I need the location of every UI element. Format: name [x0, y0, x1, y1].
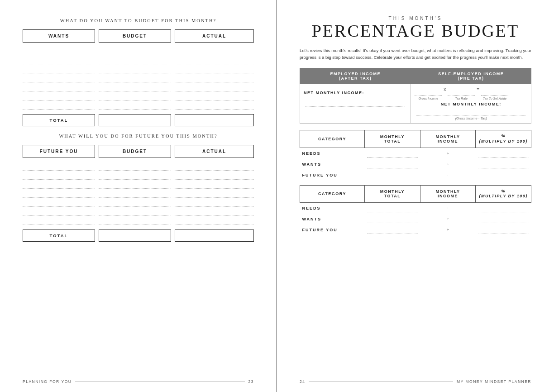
- dotted-cell: [23, 207, 95, 216]
- future-dotted-rows: [23, 162, 254, 225]
- tax-rate-field: Tax Rate: [448, 89, 475, 100]
- multiply-op: x: [444, 87, 446, 92]
- dotted-cell: [23, 91, 95, 100]
- footer-divider-right: [309, 382, 453, 382]
- dotted-line: [478, 149, 529, 158]
- cat-col4-header2: %(multiply by 100): [476, 185, 531, 202]
- actual-col-header: ACTUAL: [175, 29, 254, 43]
- dotted-cell: [99, 207, 171, 216]
- cat-future-row1: FUTURE YOU ÷: [300, 170, 531, 181]
- dotted-line: [478, 160, 529, 168]
- dotted-cell: [175, 189, 254, 198]
- right-subtitle: THIS MONTH'S: [300, 16, 531, 21]
- dotted-cell: [23, 100, 95, 110]
- cat-future-label1: FUTURE YOU: [300, 170, 365, 181]
- tax-set-aside-line: [481, 89, 508, 96]
- footer-divider: [75, 382, 244, 382]
- dotted-row: [23, 162, 254, 171]
- dotted-row: [23, 180, 254, 189]
- dotted-line: [367, 204, 418, 212]
- div-symbol1: ÷: [420, 148, 476, 159]
- dotted-cell: [23, 82, 95, 91]
- dotted-cell: [175, 82, 254, 91]
- div-symbol4: ÷: [420, 202, 476, 214]
- div-symbol2: ÷: [420, 159, 476, 170]
- footer-right-text: MY MONEY MINDSET PLANNER: [457, 379, 531, 384]
- left-page: WHAT DO YOU WANT TO BUDGET FOR THIS MONT…: [0, 0, 277, 392]
- cat-col1-header2: CATEGORY: [300, 185, 365, 202]
- dotted-line: [367, 171, 418, 179]
- dotted-row: [23, 207, 254, 216]
- dotted-row: [23, 91, 254, 100]
- dotted-cell: [175, 216, 254, 225]
- dotted-cell: [175, 207, 254, 216]
- dotted-row: [23, 171, 254, 180]
- dotted-cell: [175, 64, 254, 73]
- wants-dotted-rows: [23, 46, 254, 110]
- cat-col3-header: MONTHLYINCOME: [420, 130, 476, 148]
- cat-wants-label2: WANTS: [300, 214, 365, 225]
- total2-label: TOTAL: [23, 229, 95, 242]
- dotted-cell: [23, 73, 95, 82]
- dotted-cell: [99, 73, 171, 82]
- dotted-row: [23, 55, 254, 64]
- wants-col-header: WANTS: [23, 29, 95, 43]
- dotted-cell: [99, 82, 171, 91]
- dotted-row: [23, 73, 254, 82]
- div-symbol5: ÷: [420, 214, 476, 225]
- dotted-cell: [175, 46, 254, 55]
- dotted-cell: [23, 180, 95, 189]
- cat-future-label2: FUTURE YOU: [300, 225, 365, 235]
- total-actual-box: [175, 114, 254, 126]
- dotted-row: [23, 198, 254, 207]
- income-body-row: NET MONTHLY INCOME: Gross Income x Tax R…: [300, 84, 531, 124]
- dotted-cell: [23, 171, 95, 180]
- total-label: TOTAL: [23, 114, 95, 126]
- future-header-row: FUTURE YOU BUDGET ACTUAL: [23, 145, 254, 158]
- wants-header-row: WANTS BUDGET ACTUAL: [23, 29, 254, 43]
- cat-future-pct2: [476, 225, 531, 235]
- dotted-cell: [175, 171, 254, 180]
- dotted-line: [367, 149, 418, 158]
- dotted-cell: [99, 55, 171, 64]
- right-page: THIS MONTH'S PERCENTAGE BUDGET Let's rev…: [277, 0, 554, 392]
- category-table2: CATEGORY MONTHLYTOTAL MONTHLYINCOME %(mu…: [300, 185, 531, 235]
- right-page-footer: 24 MY MONEY MINDSET PLANNER: [300, 379, 531, 384]
- dotted-cell: [23, 216, 95, 225]
- dotted-line: [478, 204, 529, 212]
- page-number-right: 24: [300, 379, 305, 384]
- dotted-cell: [175, 162, 254, 171]
- cat-needs-label2: NEEDS: [300, 202, 365, 214]
- dotted-line: [367, 160, 418, 168]
- section1-heading: WHAT DO YOU WANT TO BUDGET FOR THIS MONT…: [23, 18, 254, 23]
- gross-income-line: [415, 89, 442, 96]
- cat-needs-pct1: [476, 148, 531, 159]
- div-symbol6: ÷: [420, 225, 476, 235]
- income-header-row: EMPLOYED INCOME(AFTER TAX) SELF-EMPLOYED…: [300, 68, 531, 84]
- right-title: PERCENTAGE BUDGET: [300, 22, 531, 41]
- self-employed-income-cell: Gross Income x Tax Rate = Tax To Set Asi…: [411, 84, 531, 124]
- cat-wants-total1: [365, 159, 420, 170]
- wants-total-row: TOTAL: [23, 114, 254, 126]
- cat-wants-row2: WANTS ÷: [300, 214, 531, 225]
- dotted-cell: [99, 180, 171, 189]
- net-monthly-label: NET MONTHLY INCOME:: [304, 87, 407, 95]
- gross-income-label: Gross Income: [418, 97, 438, 100]
- cat-needs-total1: [365, 148, 420, 159]
- total2-actual-box: [175, 229, 254, 242]
- actual2-col-header: ACTUAL: [175, 145, 254, 158]
- gross-income-field: Gross Income: [415, 89, 442, 100]
- tax-set-aside-field: Tax To Set Aside: [481, 89, 508, 100]
- income-fields: Gross Income x Tax Rate = Tax To Set Asi…: [415, 87, 527, 100]
- dotted-cell: [23, 189, 95, 198]
- cat-header-row2: CATEGORY MONTHLYTOTAL MONTHLYINCOME %(mu…: [300, 185, 531, 202]
- cat-wants-row1: WANTS ÷: [300, 159, 531, 170]
- income-table: EMPLOYED INCOME(AFTER TAX) SELF-EMPLOYED…: [300, 68, 531, 124]
- cat-col1-header: CATEGORY: [300, 130, 365, 148]
- category-table1-wrapper: CATEGORY MONTHLYTOTAL MONTHLYINCOME %(mu…: [300, 130, 531, 180]
- total-budget-box: [99, 114, 171, 126]
- cat-future-pct1: [476, 170, 531, 181]
- dotted-cell: [175, 180, 254, 189]
- dotted-cell: [99, 100, 171, 110]
- dotted-line: [478, 215, 529, 223]
